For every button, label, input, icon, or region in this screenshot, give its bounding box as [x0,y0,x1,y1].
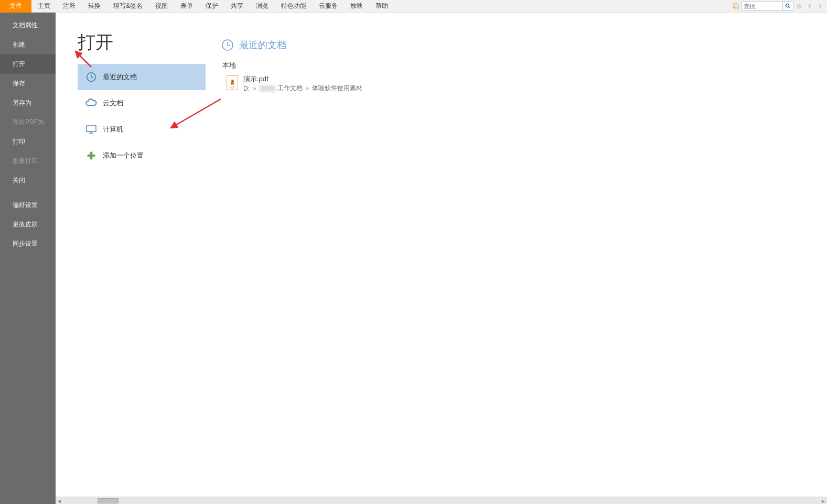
sidebar-preferences[interactable]: 偏好设置 [0,195,56,215]
location-cloud-docs[interactable]: 云文档 [78,90,206,116]
sidebar-sync-settings[interactable]: 同步设置 [0,234,56,254]
path-separator-icon: » [253,85,256,92]
sidebar-close[interactable]: 关闭 [0,171,56,190]
location-label: 云文档 [103,98,123,108]
sidebar-doc-properties[interactable]: 文档属性 [0,16,56,35]
location-label: 计算机 [103,125,123,134]
sidebar-divider [0,190,56,195]
menu-slideshow[interactable]: 放映 [344,0,369,13]
open-locations-panel: 打开 最近的文档 云文档 计算机 [56,13,206,504]
content-header-title: 最近的文档 [239,39,286,51]
nav-prev-icon[interactable] [805,2,814,11]
sidebar-open[interactable]: 打开 [0,54,56,74]
svg-rect-0 [733,3,737,7]
menu-comments[interactable]: 注释 [57,0,82,13]
file-info: 演示.pdf D: » 工作文档 » 体验软件使用素材 [243,74,362,93]
svg-point-4 [798,5,801,7]
sidebar-export-pdf-as: 导出PDF为 [0,113,56,132]
svg-line-10 [801,7,801,8]
menu-form[interactable]: 表单 [174,0,199,13]
svg-point-23 [232,81,233,82]
section-local-label: 本地 [222,61,827,70]
location-label: 最近的文档 [103,72,137,82]
menu-right-tools [731,0,827,13]
content-header: 最近的文档 [221,39,827,51]
scroll-thumb[interactable] [98,498,119,503]
menu-help[interactable]: 帮助 [369,0,394,13]
location-computer[interactable]: 计算机 [78,116,206,143]
menu-home[interactable]: 主页 [31,0,57,13]
path-separator-icon: » [306,85,309,92]
clock-icon [85,71,98,83]
menu-view[interactable]: 视图 [149,0,174,13]
svg-rect-14 [87,126,96,132]
sidebar-change-skin[interactable]: 更改皮肤 [0,215,56,234]
sidebar-print[interactable]: 打印 [0,132,56,151]
menu-cloud[interactable]: 云服务 [313,0,344,13]
nav-next-icon[interactable] [815,2,825,11]
path-part-redacted [260,85,275,92]
sidebar-save[interactable]: 保存 [0,74,56,93]
menu-share[interactable]: 共享 [224,0,250,13]
file-path: D: » 工作文档 » 体验软件使用素材 [243,84,362,93]
settings-gear-icon[interactable] [794,2,804,11]
scroll-left-icon[interactable]: ◄ [56,497,63,504]
computer-icon [85,123,98,136]
svg-line-3 [788,6,790,8]
location-label: 添加一个位置 [103,151,144,160]
cloud-icon [85,97,98,109]
search-highlight-icon[interactable] [731,1,741,12]
pdf-file-icon [227,75,238,90]
file-name: 演示.pdf [243,74,362,84]
body-row: 文档属性 创建 打开 保存 另存为 导出PDF为 打印 批量打印 关闭 偏好设置… [0,13,827,504]
menu-featured[interactable]: 特色功能 [275,0,313,13]
path-part: 工作文档 [277,84,303,93]
location-recent-docs[interactable]: 最近的文档 [78,64,206,90]
page-title: 打开 [78,30,206,54]
sidebar-batch-print: 批量打印 [0,151,56,171]
menu-bar: 文件 主页 注释 转换 填写&签名 视图 表单 保护 共享 浏览 特色功能 云服… [0,0,827,13]
file-sidebar: 文档属性 创建 打开 保存 另存为 导出PDF为 打印 批量打印 关闭 偏好设置… [0,13,56,504]
search-input[interactable] [741,2,783,11]
menu-browse[interactable]: 浏览 [250,0,275,13]
svg-rect-1 [734,5,738,9]
menu-protect[interactable]: 保护 [199,0,224,13]
path-part: D: [243,85,250,92]
sidebar-save-as[interactable]: 另存为 [0,93,56,113]
svg-line-11 [797,7,798,8]
svg-line-9 [797,4,798,5]
menu-file[interactable]: 文件 [0,0,31,13]
scroll-right-icon[interactable]: ► [820,497,827,504]
clock-icon [221,39,234,51]
sidebar-create[interactable]: 创建 [0,35,56,54]
menu-fill-sign[interactable]: 填写&签名 [107,0,149,13]
location-add-place[interactable]: 添加一个位置 [78,143,206,169]
path-part: 体验软件使用素材 [312,84,362,93]
svg-point-2 [786,4,789,7]
search-button[interactable] [783,2,793,11]
plus-icon [85,149,98,162]
horizontal-scrollbar[interactable]: ◄ ► [56,497,827,504]
recent-file-item[interactable]: 演示.pdf D: » 工作文档 » 体验软件使用素材 [221,73,827,94]
menu-convert[interactable]: 转换 [82,0,107,13]
svg-line-12 [801,4,801,5]
location-list: 最近的文档 云文档 计算机 添加一个位置 [56,64,206,169]
recent-docs-panel: 最近的文档 本地 演示.pdf D: » 工作文档 » 体验软件使用素材 [206,13,827,504]
